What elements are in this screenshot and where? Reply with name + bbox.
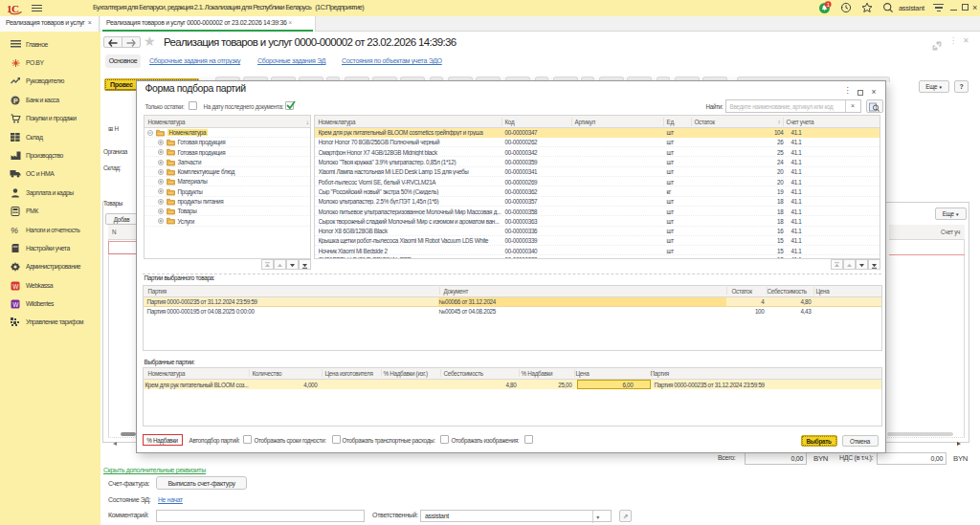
svg-text:%: % (11, 226, 18, 235)
svg-text:1С: 1С (7, 3, 19, 14)
